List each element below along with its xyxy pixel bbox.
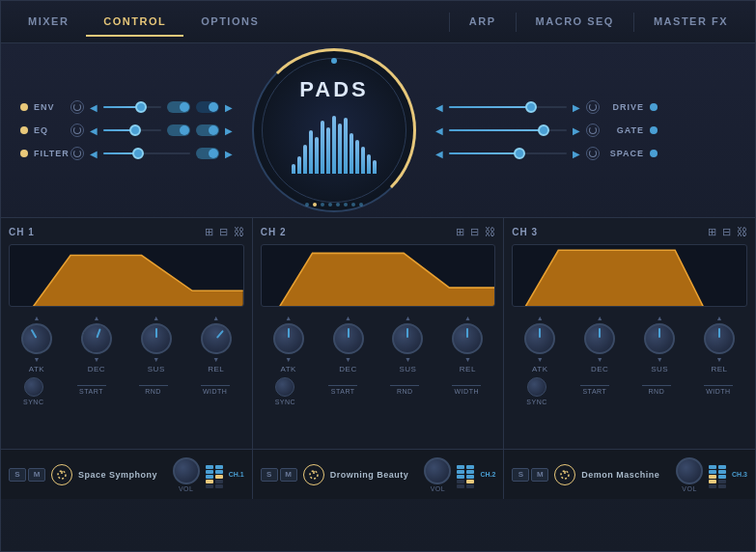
space-label: SPACE — [605, 149, 644, 158]
ch2-atk-knob[interactable] — [273, 323, 304, 354]
ch3-vu-right — [718, 461, 726, 488]
ch1-rel-knob[interactable] — [194, 317, 238, 360]
ch1-vu-seg-5 — [206, 484, 213, 488]
ch2-atk-up[interactable]: ▲ — [285, 315, 292, 321]
middle-section: ENV ◀ ▶ EQ ◀ — [1, 43, 755, 217]
ch3-sus-down[interactable]: ▼ — [657, 356, 663, 363]
nav-macro-seq[interactable]: MACRO SEQ — [518, 8, 631, 37]
ch1-paste-icon[interactable]: ⊟ — [219, 226, 228, 238]
ch3-copy-icon[interactable]: ⊞ — [708, 226, 716, 238]
ch2-label: CH 2 — [261, 227, 287, 237]
ch1-s-button[interactable]: S — [9, 468, 26, 482]
ch3-m-button[interactable]: M — [531, 468, 548, 482]
ch1-power-button[interactable] — [51, 464, 72, 485]
ch1-rel-down[interactable]: ▼ — [212, 356, 219, 363]
ch1-dec-up[interactable]: ▲ — [93, 315, 99, 321]
ch1-vol-knob[interactable] — [173, 457, 200, 484]
ch2-paste-icon[interactable]: ⊟ — [470, 226, 479, 238]
ch2-rel-knob[interactable] — [452, 323, 483, 354]
ch1-sus-down[interactable]: ▼ — [153, 356, 159, 363]
ch1-dec-down[interactable]: ▼ — [93, 356, 99, 363]
ch1-atk-up[interactable]: ▲ — [33, 315, 40, 321]
eq-toggle2[interactable] — [196, 124, 219, 136]
ch1-dec-knob[interactable] — [76, 318, 116, 358]
ch3-atk-group: ▲ ▼ ATK — [524, 315, 555, 373]
ch1-width-label: WIDTH — [203, 388, 227, 395]
ch3-rel-up[interactable]: ▲ — [716, 315, 723, 321]
ch3-start: START — [580, 377, 609, 405]
filter-dot — [20, 150, 28, 157]
ch1-atk-down[interactable]: ▼ — [33, 356, 40, 363]
eq-track[interactable] — [103, 129, 161, 131]
ch3-vol-knob[interactable] — [676, 457, 703, 484]
ch2-dec-down[interactable]: ▼ — [345, 356, 351, 363]
ch2-copy-icon[interactable]: ⊞ — [456, 226, 464, 238]
space-power[interactable] — [586, 147, 600, 160]
ch3-rel-knob[interactable] — [704, 323, 735, 354]
gate-dot — [650, 126, 658, 134]
filter-toggle[interactable] — [196, 148, 219, 159]
ch3-paste-icon[interactable]: ⊟ — [722, 226, 731, 238]
ch3-atk-knob[interactable] — [524, 323, 555, 354]
nav-control[interactable]: CONTROL — [86, 8, 183, 37]
ch3-sus-up[interactable]: ▲ — [657, 315, 663, 321]
ch2-s-button[interactable]: S — [261, 468, 278, 482]
ch2-dec-knob[interactable] — [333, 323, 364, 354]
ch1-link-icon[interactable]: ⛓ — [234, 226, 244, 238]
ch3-dec-knob[interactable] — [584, 323, 615, 354]
env-toggle[interactable] — [167, 101, 190, 113]
ch2-rel-down[interactable]: ▼ — [464, 356, 471, 363]
ch1-sus-group: ▲ ▼ SUS — [141, 315, 172, 373]
gate-power[interactable] — [586, 124, 600, 137]
filter-track[interactable] — [103, 152, 190, 154]
ch2-sus-down[interactable]: ▼ — [405, 356, 411, 363]
eq-arrow-right: ▶ — [225, 125, 233, 136]
filter-power[interactable] — [70, 147, 84, 160]
ch1-sync-knob[interactable] — [24, 377, 43, 397]
nav-options[interactable]: OPTIONS — [183, 8, 276, 37]
ch2-dec-up[interactable]: ▲ — [345, 315, 351, 321]
env-power[interactable] — [70, 100, 84, 114]
ch3-rel-label: REL — [711, 365, 727, 373]
ch3-dec-down[interactable]: ▼ — [597, 356, 603, 363]
ch2-atk-down[interactable]: ▼ — [285, 356, 292, 363]
ch2-m-button[interactable]: M — [280, 468, 297, 482]
ch2-rel-up[interactable]: ▲ — [464, 315, 471, 321]
ch3-link-icon[interactable]: ⛓ — [737, 226, 747, 238]
nav-mixer[interactable]: MIXER — [11, 8, 86, 37]
ch3-rel-down[interactable]: ▼ — [716, 356, 723, 363]
ch3-vu-seg-r3 — [718, 475, 726, 479]
ch2-power-button[interactable] — [303, 464, 324, 485]
ch3-power-button[interactable] — [554, 464, 575, 485]
ch3-atk-up[interactable]: ▲ — [537, 315, 544, 321]
ch2-sus-up[interactable]: ▲ — [405, 315, 411, 321]
ch3-sync-knob[interactable] — [527, 377, 546, 397]
ch2-sus-knob[interactable] — [392, 323, 423, 354]
drive-power[interactable] — [586, 100, 600, 114]
gate-track[interactable] — [449, 129, 567, 131]
nav-master-fx[interactable]: MASTER FX — [636, 8, 745, 37]
ch1-copy-icon[interactable]: ⊞ — [205, 226, 213, 238]
ch2-sync-knob[interactable] — [275, 377, 294, 397]
ch1-atk-knob[interactable] — [15, 317, 58, 360]
drive-track[interactable] — [449, 106, 567, 108]
eq-toggle[interactable] — [167, 124, 190, 136]
ch1-sus-knob[interactable] — [141, 323, 172, 354]
env-track[interactable] — [103, 106, 161, 108]
wave-bar — [321, 121, 324, 174]
ch2-bottom-row: SYNC START RND WIDTH — [261, 377, 496, 405]
ch2-link-icon[interactable]: ⛓ — [485, 226, 495, 238]
ch3-dec-up[interactable]: ▲ — [597, 315, 603, 321]
nav-arp[interactable]: ARP — [452, 8, 514, 37]
ch1-sus-up[interactable]: ▲ — [153, 315, 159, 321]
ch2-vol-knob[interactable] — [424, 457, 451, 484]
eq-power[interactable] — [70, 124, 84, 137]
space-track[interactable] — [449, 152, 567, 154]
ch1-rel-up[interactable]: ▲ — [212, 315, 219, 321]
env-toggle2[interactable] — [196, 101, 219, 113]
ch3-sus-knob[interactable] — [644, 323, 675, 354]
ch1-m-button[interactable]: M — [28, 468, 45, 482]
filter-label: FILTER — [34, 149, 65, 158]
ch3-atk-down[interactable]: ▼ — [537, 356, 544, 363]
ch3-s-button[interactable]: S — [512, 468, 529, 482]
